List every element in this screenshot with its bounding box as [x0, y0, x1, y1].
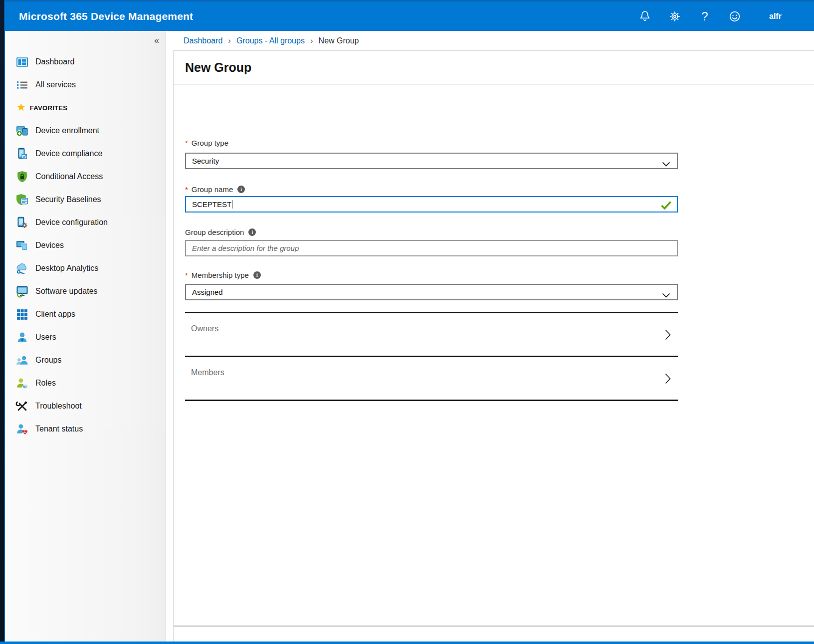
- topbar-actions: ? alfr: [638, 10, 814, 23]
- sidebar-item-label: Device enrollment: [35, 126, 99, 135]
- sidebar-item-label: Desktop Analytics: [35, 264, 98, 273]
- sidebar-item-security-baselines[interactable]: Security Baselines: [5, 188, 166, 211]
- required-marker: *: [185, 271, 188, 279]
- members-row-bottom-border: [185, 400, 678, 401]
- info-icon[interactable]: i: [237, 186, 245, 193]
- sidebar-item-label: Software updates: [35, 287, 98, 296]
- chevron-right-icon: [665, 373, 671, 386]
- group-name-input[interactable]: SCEPTEST: [185, 196, 678, 213]
- group-type-select[interactable]: Security: [185, 153, 678, 169]
- sidebar-item-label: Device configuration: [35, 218, 108, 227]
- sidebar-item-label: Tenant status: [35, 425, 83, 433]
- breadcrumb: Dashboard › Groups - All groups › New Gr…: [167, 31, 814, 50]
- app-title: Microsoft 365 Device Management: [19, 10, 193, 22]
- sidebar: « Dashboard All services ★ FAVORITES Dev…: [5, 31, 166, 644]
- sidebar-item-groups[interactable]: Groups: [5, 349, 166, 372]
- client-apps-icon: [15, 308, 29, 321]
- chevron-right-icon: [665, 329, 671, 342]
- chevron-down-icon: [662, 160, 670, 168]
- top-bar: Microsoft 365 Device Management ?: [5, 0, 814, 31]
- sidebar-item-device-compliance[interactable]: Device compliance: [5, 142, 166, 165]
- sidebar-item-label: Groups: [35, 356, 61, 365]
- blade-header: New Group: [174, 51, 814, 85]
- sidebar-item-label: Client apps: [35, 310, 75, 319]
- sidebar-item-roles[interactable]: Roles: [5, 372, 166, 395]
- sidebar-item-label: Roles: [35, 379, 56, 388]
- group-type-label: * Group type: [185, 139, 228, 147]
- group-name-value: SCEPTEST: [192, 200, 231, 209]
- chevron-down-icon: [662, 291, 670, 299]
- sidebar-item-label: Troubleshoot: [35, 402, 82, 411]
- favorites-star-icon: ★: [16, 101, 26, 113]
- conditional-access-icon: [15, 170, 29, 184]
- security-baselines-icon: [15, 193, 29, 207]
- sidebar-nav: Dashboard All services ★ FAVORITES Devic…: [5, 50, 166, 440]
- main-content: Dashboard › Groups - All groups › New Gr…: [167, 31, 814, 644]
- device-configuration-icon: [15, 216, 29, 229]
- membership-type-select[interactable]: Assigned: [185, 284, 678, 300]
- membership-type-label: * Membership type i: [185, 271, 261, 279]
- group-description-label: Group description i: [185, 228, 256, 236]
- group-description-input[interactable]: Enter a description for the group: [185, 240, 678, 256]
- breadcrumb-current: New Group: [319, 36, 359, 45]
- device-enrollment-icon: [15, 124, 29, 138]
- sidebar-item-label: Conditional Access: [35, 172, 103, 181]
- breadcrumb-dashboard[interactable]: Dashboard: [184, 36, 222, 45]
- info-icon[interactable]: i: [253, 271, 261, 279]
- required-marker: *: [185, 185, 188, 194]
- sidebar-item-device-enrollment[interactable]: Device enrollment: [5, 119, 166, 142]
- roles-icon: [15, 377, 29, 390]
- required-marker: *: [185, 139, 188, 147]
- owners-row[interactable]: Owners: [185, 312, 678, 356]
- members-label: Members: [191, 368, 224, 377]
- groups-icon: [15, 354, 29, 367]
- favorites-label: FAVORITES: [30, 104, 67, 112]
- sidebar-item-device-configuration[interactable]: Device configuration: [5, 211, 166, 234]
- help-icon[interactable]: ?: [698, 10, 711, 23]
- breadcrumb-separator: ›: [228, 36, 231, 46]
- sidebar-favorites-header: ★ FAVORITES: [5, 96, 166, 119]
- sidebar-item-label: All services: [35, 80, 76, 89]
- sidebar-item-troubleshoot[interactable]: Troubleshoot: [5, 395, 166, 418]
- gear-icon[interactable]: [668, 10, 681, 23]
- users-icon: [15, 331, 29, 344]
- membership-type-value: Assigned: [192, 288, 223, 296]
- group-description-placeholder: Enter a description for the group: [192, 244, 299, 252]
- group-name-label: * Group name i: [185, 185, 245, 194]
- text-caret: [232, 200, 232, 209]
- info-icon[interactable]: i: [248, 228, 256, 236]
- breadcrumb-separator: ›: [310, 36, 313, 46]
- sidebar-item-label: Users: [35, 333, 56, 342]
- device-compliance-icon: [15, 147, 29, 161]
- members-row[interactable]: Members: [185, 356, 678, 400]
- all-services-icon: [15, 78, 29, 92]
- bell-icon[interactable]: [638, 10, 651, 23]
- tenant-status-icon: [15, 423, 29, 436]
- new-group-blade: New Group * Group type Security * Group …: [173, 50, 814, 644]
- sidebar-item-desktop-analytics[interactable]: Desktop Analytics: [5, 257, 166, 280]
- sidebar-item-label: Security Baselines: [35, 195, 101, 204]
- sidebar-item-tenant-status[interactable]: Tenant status: [5, 418, 166, 440]
- blade-footer-divider: [174, 626, 814, 627]
- sidebar-item-all-services[interactable]: All services: [5, 73, 166, 96]
- desktop-analytics-icon: [15, 262, 29, 275]
- sidebar-item-software-updates[interactable]: Software updates: [5, 280, 166, 303]
- dashboard-icon: [15, 55, 29, 69]
- group-type-value: Security: [192, 157, 219, 165]
- sidebar-item-label: Devices: [35, 241, 64, 250]
- smiley-icon[interactable]: [728, 10, 741, 23]
- account-name[interactable]: alfr: [769, 12, 814, 21]
- sidebar-item-label: Device compliance: [35, 149, 102, 158]
- sidebar-item-devices[interactable]: Devices: [5, 234, 166, 257]
- sidebar-item-conditional-access[interactable]: Conditional Access: [5, 165, 166, 188]
- sidebar-item-label: Dashboard: [35, 57, 74, 66]
- software-updates-icon: [15, 285, 29, 298]
- devices-icon: [15, 239, 29, 252]
- bottom-accent-bar: [0, 642, 814, 644]
- valid-check-icon: [661, 201, 671, 211]
- sidebar-item-users[interactable]: Users: [5, 326, 166, 349]
- breadcrumb-groups-all-groups[interactable]: Groups - All groups: [236, 36, 305, 45]
- sidebar-item-client-apps[interactable]: Client apps: [5, 303, 166, 326]
- sidebar-item-dashboard[interactable]: Dashboard: [5, 50, 166, 73]
- sidebar-collapse-button[interactable]: «: [154, 35, 159, 46]
